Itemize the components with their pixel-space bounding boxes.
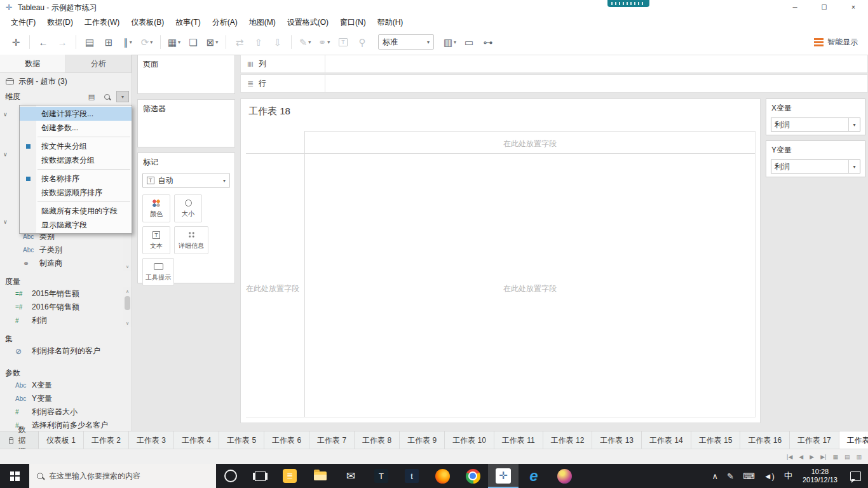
close-button[interactable]: ×	[839, 0, 868, 15]
presentation-mode-icon[interactable]: ▭▾	[461, 33, 477, 51]
menubar-item[interactable]: 工作表(W)	[79, 15, 125, 30]
action-center-button[interactable]	[843, 471, 868, 481]
tray-expand-icon[interactable]: ∧	[708, 471, 723, 481]
sheet-tab[interactable]: 工作表 3	[129, 431, 174, 449]
sheet-tab[interactable]: 工作表 2	[84, 431, 129, 449]
datasource-item[interactable]: 示例 - 超市 (3)	[0, 73, 132, 90]
context-menu-item[interactable]: 按名称排序	[20, 172, 132, 186]
taskbar-search[interactable]: 在这里输入你要搜索的内容	[29, 464, 216, 488]
menubar-item[interactable]: 窗口(N)	[334, 15, 372, 30]
menubar-item[interactable]: 数据(D)	[41, 15, 79, 30]
find-field-icon[interactable]	[101, 92, 112, 102]
menubar-item[interactable]: 地图(M)	[243, 15, 281, 30]
parameter-value-dropdown[interactable]: 利润 ▾	[771, 118, 860, 132]
context-menu-item[interactable]: 创建计算字段...	[20, 107, 132, 121]
rows-shelf[interactable]: ≣行	[240, 74, 868, 93]
context-menu-item[interactable]: 隐藏所有未使用的字段	[20, 204, 132, 218]
show-me-button[interactable]: 智能显示	[814, 37, 862, 48]
sort-descending-icon[interactable]: ⇩▾	[269, 33, 286, 51]
save-icon[interactable]: ▤▾	[81, 33, 98, 51]
drop-field-hint-center[interactable]: 在此处放置字段	[304, 283, 756, 294]
sheet-tab[interactable]: 工作表 9	[400, 431, 445, 449]
context-menu-item[interactable]: 按数据源顺序排序	[20, 186, 132, 200]
taskbar-clock[interactable]: 10:28 2019/12/13	[797, 468, 843, 484]
group-members-icon[interactable]: ⚭▾	[316, 33, 332, 51]
toolbar-button[interactable]: ▾	[29, 35, 30, 49]
sheet-tab[interactable]: 工作表 13	[592, 431, 642, 449]
context-menu-item[interactable]: 创建参数...	[20, 121, 132, 135]
next-sheet-icon[interactable]: ▶	[810, 454, 814, 460]
sheet-tab[interactable]: 仪表板 1	[39, 431, 84, 449]
cortana-button[interactable]	[216, 464, 245, 488]
context-menu-item[interactable]: 按数据源表分组	[20, 153, 132, 167]
touch-keyboard-icon[interactable]: ⌨	[738, 471, 759, 481]
menubar-item[interactable]: 故事(T)	[170, 15, 206, 30]
marks-tooltip-button[interactable]: 工具提示	[142, 258, 174, 286]
parameter-field[interactable]: AbcY变量	[0, 392, 123, 405]
measure-field[interactable]: #利润	[0, 314, 123, 327]
marks-detail-button[interactable]: 详细信息	[174, 226, 208, 254]
tableau-logo-icon[interactable]: ✛▾	[8, 33, 24, 51]
sheet-tab[interactable]: 工作表 7	[309, 431, 355, 449]
dropdown-caret-icon[interactable]: ▾	[327, 39, 330, 45]
folder-caret-icon[interactable]: ∨	[3, 219, 8, 225]
pages-shelf[interactable]: 页面	[137, 55, 235, 94]
highlight-icon[interactable]: ✎▾	[297, 33, 313, 51]
set-field[interactable]: ⊘利润排名前列的客户	[0, 344, 123, 358]
app-tableau-public-icon[interactable]: T	[366, 464, 397, 488]
first-sheet-icon[interactable]: |◀	[787, 454, 792, 460]
sheet-tab[interactable]: 工作表 5	[219, 431, 264, 449]
folder-caret-icon[interactable]: ∨	[3, 151, 8, 158]
fit-dropdown[interactable]: 标准 ▾	[378, 34, 434, 50]
menubar-item[interactable]: 设置格式(O)	[281, 15, 334, 30]
dropdown-caret-icon[interactable]: ▾	[215, 39, 218, 45]
toolbar-button[interactable]: ▾	[160, 35, 161, 49]
swap-axes-icon[interactable]: ⇄▾	[231, 33, 248, 51]
menubar-item[interactable]: 分析(A)	[207, 15, 243, 30]
scroll-down-icon[interactable]: ∨	[123, 319, 132, 327]
sheet-tab[interactable]: 工作表 15	[691, 431, 741, 449]
show-mark-labels-icon[interactable]: T▾	[335, 33, 351, 51]
redo-icon[interactable]: →▾	[54, 33, 71, 51]
volume-icon[interactable]: ◄)	[759, 471, 779, 481]
share-icon[interactable]: ⊶▾	[480, 33, 496, 51]
sheet-tab[interactable]: 工作表 11	[494, 431, 543, 449]
context-menu-item[interactable]	[20, 200, 132, 204]
app-firefox-icon[interactable]	[427, 464, 458, 488]
datasource-tab[interactable]: 数据源	[0, 431, 39, 449]
sheet-tab[interactable]: 工作表 10	[445, 431, 494, 449]
run-update-icon[interactable]: ⟳▾	[139, 33, 155, 51]
duplicate-sheet-icon[interactable]: ❏▾	[185, 33, 201, 51]
toolbar-button[interactable]: ▾	[76, 35, 76, 49]
last-sheet-icon[interactable]: ▶|	[820, 454, 826, 460]
show-hide-cards-icon[interactable]: ▥▾	[442, 33, 458, 51]
context-menu-item[interactable]	[20, 135, 132, 139]
sheet-tab[interactable]: 工作表 17	[790, 431, 839, 449]
filters-shelf[interactable]: 筛选器	[137, 99, 235, 147]
marks-text-button[interactable]: 文本	[142, 226, 170, 254]
ime-indicator[interactable]: 中	[779, 470, 797, 482]
toolbar-button[interactable]: ▾	[291, 35, 292, 49]
app-file-explorer-icon[interactable]	[305, 464, 336, 488]
app-paint3d-icon[interactable]	[549, 464, 580, 488]
app-tumblr-icon[interactable]: t	[397, 464, 427, 488]
dimensions-menu-caret-icon[interactable]: ▾	[116, 91, 129, 102]
scrollbar-thumb[interactable]	[125, 296, 130, 310]
app-yellow-doc-icon[interactable]: ≣	[275, 464, 305, 488]
sheet-tab[interactable]: 工作表 16	[740, 431, 790, 449]
show-filmstrip-icon[interactable]: ▤	[844, 454, 850, 460]
mark-type-dropdown[interactable]: T 自动 ▾	[142, 173, 230, 188]
maximize-button[interactable]: ☐	[810, 0, 839, 15]
sheet-tab[interactable]: 工作表 14	[642, 431, 691, 449]
measures-scrollbar[interactable]: ∧ ∨	[123, 287, 132, 327]
app-tableau-desktop-icon[interactable]: ✛	[488, 464, 519, 488]
menubar-item[interactable]: 文件(F)	[5, 15, 41, 30]
menubar-item[interactable]: 帮助(H)	[372, 15, 409, 30]
menubar-item[interactable]: 仪表板(B)	[125, 15, 170, 30]
ink-workspace-icon[interactable]: ✎	[722, 471, 738, 481]
pause-auto-updates-icon[interactable]: ∥▾	[119, 33, 136, 51]
previous-sheet-icon[interactable]: ◀	[799, 454, 803, 460]
tab-data[interactable]: 数据	[0, 55, 66, 72]
show-sheet-sorter-icon[interactable]: ▥	[856, 454, 862, 460]
context-menu-item[interactable]: 按文件夹分组	[20, 139, 132, 153]
